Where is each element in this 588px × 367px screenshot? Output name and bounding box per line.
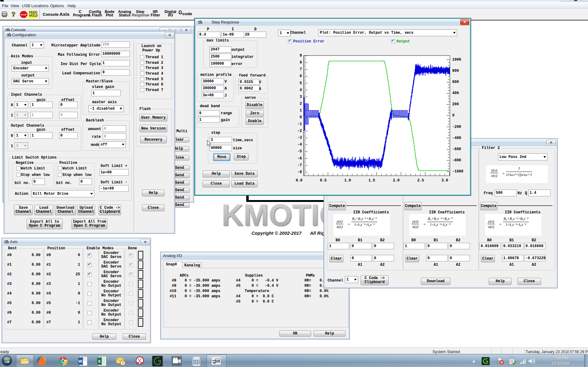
svg-text:X: X — [98, 359, 101, 364]
svg-text:STOP: STOP — [21, 13, 27, 16]
svg-text:DM: DM — [6, 242, 8, 243]
svg-text:DM: DM — [200, 22, 202, 24]
svg-text:DM: DM — [216, 360, 220, 362]
svg-text:W: W — [79, 359, 83, 364]
svg-text:DM: DM — [9, 35, 11, 36]
